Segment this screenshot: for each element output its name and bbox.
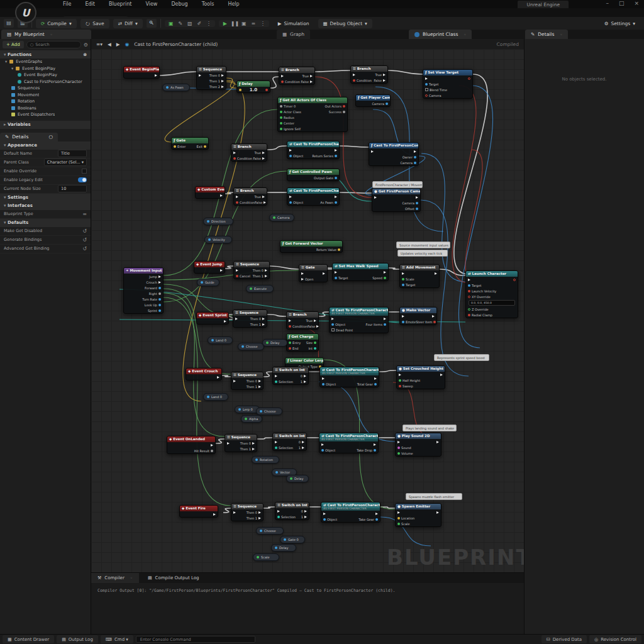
add-button[interactable]: + Add bbox=[3, 41, 24, 48]
node-header[interactable]: ☰ Add Movement bbox=[400, 265, 439, 270]
node-header[interactable]: ƒ Get Charge bbox=[287, 334, 318, 340]
pin-0[interactable]: 0 bbox=[301, 509, 307, 513]
close-button[interactable]: × bbox=[634, 0, 639, 6]
class-defaults-icon[interactable]: ✐ bbox=[196, 21, 203, 26]
pin-exec[interactable] bbox=[233, 152, 236, 154]
pin-forward[interactable]: Forward bbox=[145, 286, 161, 290]
pin-0[interactable]: 0 bbox=[301, 374, 306, 378]
node-header[interactable]: ● Play Sound 2D bbox=[396, 433, 441, 439]
pin-speed[interactable]: Speed bbox=[372, 276, 386, 280]
node-header[interactable]: ⇄ Cast To FirstPersonCharacter bbox=[287, 188, 339, 194]
details-left-tab[interactable]: ✎ Details ○ bbox=[0, 133, 58, 142]
pin-exec[interactable] bbox=[236, 269, 238, 272]
pin-dead-point[interactable]: Dead Point bbox=[331, 328, 353, 332]
capsule-node-alpha[interactable]: Alpha bbox=[241, 415, 262, 423]
pin-crouch[interactable]: Crouch bbox=[146, 280, 161, 284]
pin-exec[interactable] bbox=[436, 441, 439, 443]
graph-node-cast-to-firstpersoncharacter[interactable]: ⇄ Cast To FirstPersonCharacterAS FIRST P… bbox=[319, 433, 379, 453]
checkbox[interactable] bbox=[82, 169, 87, 174]
graph-node-sequence[interactable]: ☰ SequenceThen 0Then 1 bbox=[231, 372, 264, 390]
pin-ignore-self[interactable]: Ignore Self bbox=[280, 127, 301, 131]
console-command-input[interactable]: Enter Console Command bbox=[136, 636, 255, 643]
menu-blueprint[interactable]: Blueprint bbox=[109, 1, 132, 7]
pin-actor-class[interactable]: Actor Class bbox=[280, 110, 301, 114]
pin-size[interactable]: Size bbox=[306, 341, 316, 345]
tab-graph[interactable]: ▦Graph bbox=[277, 30, 310, 39]
node-header[interactable]: ƒ Get Controlled Pawn bbox=[287, 169, 339, 175]
pin-cancel[interactable]: Cancel bbox=[236, 274, 250, 278]
pin-exec[interactable] bbox=[213, 513, 216, 516]
pin-exec[interactable] bbox=[323, 513, 326, 515]
pin-exec[interactable] bbox=[435, 272, 437, 275]
tree-item-event-beginplay[interactable]: Event BeginPlay bbox=[0, 72, 91, 79]
pin-true[interactable]: True bbox=[254, 151, 265, 155]
node-header[interactable]: ☰ Branch bbox=[234, 188, 267, 194]
pin-exec[interactable] bbox=[375, 513, 378, 515]
pin-emote[interactable]: Emote bbox=[402, 320, 416, 324]
tree-item-cast-to-firstpersoncharacter[interactable]: Cast to FirstPersonCharacter bbox=[0, 79, 91, 86]
graph-node-make-vector[interactable]: ● Make VectorEmoteSteer Item bbox=[399, 307, 437, 325]
graph-node-cast-to-firstpersoncharacter[interactable]: ⇄ Cast To FirstPersonCharacterAS FIRST P… bbox=[321, 502, 380, 523]
graph-node-get-all-actors-of-class[interactable]: ƒ Get All Actors Of ClassTimer 0Out Acto… bbox=[277, 97, 348, 132]
node-header[interactable]: ● Spawn Emitter bbox=[396, 504, 441, 509]
pin-then-1[interactable]: Then 1 bbox=[247, 385, 261, 389]
graph-node-switch-on-int[interactable]: ☰ Switch on Int0Selection1 bbox=[272, 367, 309, 385]
pin-then-0[interactable]: Then 0 bbox=[250, 317, 265, 321]
stop-icon[interactable]: ▣ bbox=[240, 21, 248, 26]
pin-then-0[interactable]: Then 0 bbox=[247, 511, 261, 514]
pin-return-value[interactable]: Return Value bbox=[316, 248, 340, 252]
node-header[interactable]: ☰ Sequence bbox=[234, 262, 269, 267]
pin-exec[interactable] bbox=[335, 271, 337, 274]
node-header[interactable]: ☰ Sequence bbox=[225, 435, 257, 440]
tree-item-eventgraphs[interactable]: ▾EventGraphs bbox=[0, 58, 91, 65]
graph-node-event-crouch[interactable]: ◆ Event Crouch bbox=[186, 368, 222, 380]
hide-unrelated-icon[interactable]: ✎ bbox=[177, 21, 184, 26]
pin-exec[interactable] bbox=[217, 376, 219, 379]
pin-exec[interactable] bbox=[335, 196, 337, 198]
capsule-node-scale[interactable]: Scale bbox=[253, 553, 279, 561]
node-header[interactable]: ☰ Branch bbox=[287, 312, 318, 318]
pin-1[interactable]: 1 bbox=[299, 446, 304, 450]
graph-node-set-view-target[interactable]: ƒ Set View TargetTargetBlend TimeCamera bbox=[423, 69, 473, 99]
pin-1[interactable]: 1 bbox=[301, 380, 306, 384]
pin-true[interactable]: True bbox=[254, 195, 265, 199]
pin-condition[interactable]: Condition bbox=[281, 80, 300, 84]
node-header[interactable]: ƒ Gate bbox=[172, 138, 208, 143]
graph-node-cast-to-firstpersoncontroller[interactable]: ƒ Cast To FirstPersonControllerOwnerCame… bbox=[369, 142, 419, 166]
node-header[interactable]: ☰ Sequence bbox=[233, 310, 267, 316]
pin-exec[interactable] bbox=[155, 74, 157, 77]
debug-green-icon[interactable]: ▣ bbox=[167, 21, 175, 26]
node-header[interactable]: ⇄ Set Max Walk Speed bbox=[333, 264, 388, 269]
frame-skip-icon[interactable]: ≡ bbox=[250, 21, 257, 26]
settings-dropdown[interactable]: ⚙Settings▾ bbox=[599, 19, 640, 28]
node-header[interactable]: ☰ Switch on Int bbox=[273, 433, 306, 439]
pin-exec[interactable] bbox=[440, 374, 443, 376]
pin-then-1[interactable]: Then 1 bbox=[247, 516, 261, 520]
find-icon[interactable]: 🔍︎ bbox=[147, 19, 157, 28]
graph-node-event-beginplay[interactable]: ◆ Event BeginPlay bbox=[123, 66, 160, 79]
node-header[interactable]: ◆ Event OnLanded bbox=[167, 436, 215, 442]
pin-sweep[interactable]: Sweep bbox=[399, 384, 413, 388]
pin-exec[interactable] bbox=[199, 74, 201, 77]
functions-gear-icon[interactable]: ⊕ bbox=[83, 52, 87, 57]
graph-node-set-crouched-height[interactable]: ● Set Crouched HeightHalf HeightSweep bbox=[396, 365, 445, 389]
pin-then-1[interactable]: Then 1 bbox=[253, 274, 267, 278]
node-header[interactable]: ƒ Get All Actors Of Class bbox=[278, 97, 347, 103]
pin-exec[interactable] bbox=[353, 74, 355, 76]
pin-exec[interactable] bbox=[414, 150, 416, 153]
pin-exec[interactable] bbox=[399, 374, 401, 376]
node-header[interactable]: ◆ Event Jump bbox=[194, 262, 225, 267]
graph-node-cast-to-firstpersoncharacter[interactable]: ⇄ Cast To FirstPersonCharacterAS FIRST P… bbox=[319, 367, 379, 387]
forward-icon[interactable]: ▶ bbox=[116, 42, 120, 47]
pin-exec[interactable] bbox=[275, 375, 277, 377]
variables-section-header[interactable]: ▸ Variables bbox=[0, 121, 91, 129]
pin-xy-override[interactable]: XY Override bbox=[468, 295, 491, 299]
functions-section-header[interactable]: ▾ Functions ⊕ bbox=[0, 50, 91, 58]
node-header[interactable]: ⇄ Launch Character bbox=[466, 271, 518, 277]
pin-exec[interactable] bbox=[289, 149, 292, 152]
pin-total-gear[interactable]: Total Gear bbox=[357, 382, 377, 386]
pin-center[interactable]: Center bbox=[280, 121, 294, 125]
pin-exec[interactable] bbox=[321, 443, 324, 446]
capsule-node-delay[interactable]: Delay bbox=[286, 475, 309, 482]
pin-object[interactable]: Object bbox=[289, 201, 303, 204]
